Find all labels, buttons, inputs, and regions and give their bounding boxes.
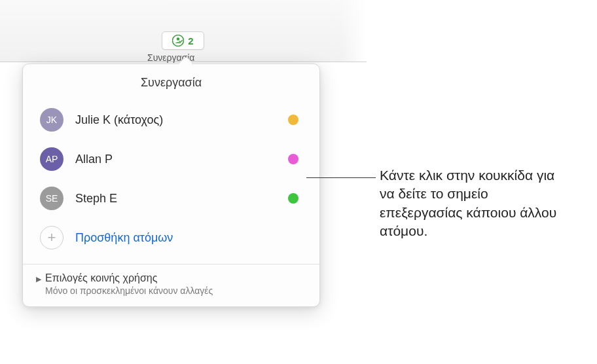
collaboration-count: 2 <box>188 35 193 46</box>
share-options-subtitle: Μόνο οι προσκεκλημένοι κάνουν αλλαγές <box>45 285 213 296</box>
participant-name: Julie K (κάτοχος) <box>75 113 288 127</box>
share-options-title: Επιλογές κοινής χρήσης <box>45 272 213 284</box>
participant-row[interactable]: SE Steph E <box>35 179 308 218</box>
participant-name: Allan P <box>75 153 288 166</box>
callout-text: Κάντε κλικ στην κουκκίδα για να δείτε το… <box>380 166 570 240</box>
callout-leader-line <box>306 177 376 178</box>
participant-row[interactable]: AP Allan P <box>35 139 308 179</box>
disclosure-triangle-icon: ▶ <box>36 275 41 283</box>
collaboration-popover: Συνεργασία JK Julie K (κάτοχος) AP Allan… <box>22 64 320 307</box>
participant-row[interactable]: JK Julie K (κάτοχος) <box>35 100 308 139</box>
plus-icon: + <box>40 226 63 249</box>
share-options-row[interactable]: ▶ Επιλογές κοινής χρήσης Μόνο οι προσκεκ… <box>23 264 319 306</box>
add-people-label: Προσθήκη ατόμων <box>75 231 173 245</box>
collaboration-button[interactable]: 2 <box>162 31 204 50</box>
popover-title: Συνεργασία <box>23 64 319 100</box>
callout-annotation: Κάντε κλικ στην κουκκίδα για να δείτε το… <box>380 166 570 240</box>
popover-arrow <box>179 58 192 64</box>
svg-point-1 <box>177 37 179 40</box>
participant-name: Steph E <box>75 192 288 206</box>
avatar: JK <box>40 108 63 132</box>
share-options-text: Επιλογές κοινής χρήσης Μόνο οι προσκεκλη… <box>45 272 213 296</box>
status-dot[interactable] <box>288 154 298 164</box>
status-dot[interactable] <box>288 193 298 204</box>
status-dot[interactable] <box>288 115 298 125</box>
add-people-row[interactable]: + Προσθήκη ατόμων <box>35 218 308 257</box>
participants-list: JK Julie K (κάτοχος) AP Allan P SE Steph… <box>23 100 319 264</box>
avatar: SE <box>40 187 63 210</box>
avatar: AP <box>40 147 63 171</box>
person-check-icon <box>172 35 184 46</box>
